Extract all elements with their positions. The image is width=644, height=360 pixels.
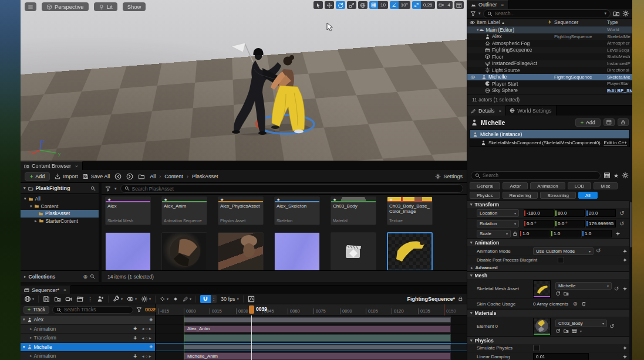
use-selected-asset-icon[interactable] [555,328,561,334]
keyframe-icon[interactable] [622,345,628,351]
lane-alex[interactable] [156,315,467,325]
sequencer-timeline[interactable]: -015 0000 0015 0030 0045 0060 0075 0090 … [156,304,467,360]
column-item-label[interactable]: Item Label ▲ [477,19,505,25]
folder-icon[interactable] [138,173,145,180]
scale-dropdown[interactable]: Scale▾ [477,230,511,237]
scale-lock-icon[interactable] [512,231,518,236]
new-folder-icon[interactable] [613,10,620,17]
track-row-alex[interactable]: ▾Alex+ [21,315,155,325]
tree-item-content[interactable]: ▾Content [21,203,99,210]
add-button[interactable]: +Add [25,172,50,181]
close-icon[interactable]: × [75,164,78,169]
location-z-field[interactable]: 20.0 [586,209,616,217]
eye-icon[interactable] [470,74,476,80]
add-section-icon[interactable]: + [133,353,137,359]
camera-icon[interactable] [65,296,72,303]
outliner-search-box[interactable]: ▾ [483,9,611,18]
forward-icon[interactable] [126,173,133,180]
display-options-icon[interactable] [603,172,611,179]
render-movie-icon[interactable] [76,296,83,303]
save-icon[interactable] [43,296,50,303]
rotate-tool-button[interactable] [336,1,345,9]
asset-tile-ch03-body-base-color[interactable]: ★Ch03_Body_Base_Color_imageTexture [387,196,433,225]
world-dropdown[interactable]: ▾ [24,296,34,303]
keyframe-nav-icons[interactable]: ◄○► [141,327,153,331]
reset-icon[interactable]: ↺ [596,248,601,254]
lane-alex-transform[interactable] [156,334,467,343]
column-type[interactable]: Type [607,19,618,25]
alex-group-bar[interactable] [184,317,451,322]
rotation-z-field[interactable]: 179.999995 [586,220,616,227]
modified-column-icon[interactable] [547,19,552,25]
asset-search-input[interactable] [132,186,459,192]
lane-michelle[interactable] [156,343,467,352]
browse-to-asset-icon[interactable] [564,291,569,296]
lock-button[interactable] [618,118,629,126]
tab-content-browser[interactable]: Content Browser× [21,161,83,170]
playhead-marker[interactable] [249,305,254,314]
chevron-down-icon[interactable]: ▾ [478,11,481,16]
breadcrumb-plaskasset[interactable]: PlaskAsset [192,174,218,179]
keyframe-options-dropdown[interactable]: ▾ [160,296,168,302]
section-advanced[interactable]: ▸Advanced [467,264,630,271]
chip-animation[interactable]: Animation [530,182,565,189]
viewport-panel[interactable]: Perspective Lit Show 10 10° 0.25 4 z [21,0,467,161]
add-array-element-icon[interactable]: ⊕ [573,301,578,307]
asset-thumb-level-sequence[interactable] [331,232,376,270]
track-row-michelle-animation[interactable]: ▸Animation+◄○► [21,352,155,360]
reset-icon[interactable]: ↺ [619,221,624,227]
chevron-down-icon[interactable]: ▾ [604,11,606,16]
scale-snap-control[interactable]: 0.25 [412,1,435,9]
clip-michelle-anim[interactable]: Michelle_Anim [184,352,451,360]
filter-icon[interactable] [470,11,476,16]
clip-alex-transform[interactable] [184,334,451,342]
collections-bar[interactable]: ▸Collections ⊕ [21,270,99,282]
keyframe-icon[interactable] [622,257,628,263]
section-physics[interactable]: ▾Physics [467,337,630,344]
asset-thumb-material-sphere[interactable] [161,232,207,270]
outliner-row-floor[interactable]: FloorStaticMesh [467,53,632,60]
add-collection-icon[interactable]: ⊕ [83,274,87,280]
edit-options-dropdown[interactable]: ▾ [183,296,191,302]
keyframe-nav-icons[interactable]: ◄○► [141,354,153,358]
back-icon[interactable] [114,173,122,180]
keyframe-icon[interactable] [622,354,628,359]
asset-search-box[interactable] [120,184,463,193]
simulate-physics-checkbox[interactable] [533,345,540,351]
asset-thumb-normal-map[interactable] [105,232,151,270]
gear-icon[interactable] [622,10,629,17]
section-mesh[interactable]: ▾Mesh [467,271,630,279]
animation-mode-dropdown[interactable]: Use Custom Mode▾ [533,247,594,255]
chip-rendering[interactable]: Rendering [503,192,538,199]
skeletal-mesh-dropdown[interactable]: Michelle▾ [555,282,612,290]
tab-world-settings[interactable]: World Settings [506,106,556,116]
breadcrumb-all[interactable]: All [150,174,156,179]
outliner-row-player-start[interactable]: Player StartPlayerStar [467,80,632,87]
column-sequencer[interactable]: Sequencer [554,19,578,25]
disable-post-process-checkbox[interactable] [558,257,564,263]
keyframe-icon[interactable] [615,231,621,236]
rotation-x-field[interactable]: 0.0 ° [524,220,554,227]
scale-y-field[interactable]: 1.0 [551,230,581,237]
track-row-alex-transform[interactable]: ▸Transform+◄○► [21,334,155,343]
settings-button[interactable]: Settings [435,174,463,179]
tab-details[interactable]: Details× [467,106,506,116]
chip-misc[interactable]: Misc [594,182,617,189]
general-options-dropdown[interactable]: ▾ [113,296,123,303]
keyframe-icon[interactable] [622,286,628,291]
current-frame-display[interactable]: 0039 [145,307,157,313]
details-scrollbar[interactable] [629,201,632,360]
lane-michelle-animation[interactable]: Michelle_Anim [156,352,467,360]
track-search-input[interactable] [64,307,129,313]
asset-tile-ch03-body[interactable]: ★Ch03_BodyMaterial [331,196,376,225]
outliner-row-sky-sphere[interactable]: Sky SphereEdit BP_Sk [467,87,632,94]
asset-tile-alex-physicsasset[interactable]: ★Alex_PhysicsAssetPhysics Asset [218,196,264,225]
search-icon[interactable] [90,186,96,191]
location-x-field[interactable]: -180.0 [524,209,554,217]
reset-icon[interactable]: ↺ [619,210,624,216]
playback-options-dropdown[interactable]: ▾ [141,296,151,303]
track-row-alex-animation[interactable]: ▸Animation+◄○► [21,325,155,334]
gear-icon[interactable] [622,172,629,179]
asset-tile-alex[interactable]: ★AlexSkeletal Mesh [105,196,151,225]
rotation-dropdown[interactable]: Rotation▾ [477,220,519,227]
